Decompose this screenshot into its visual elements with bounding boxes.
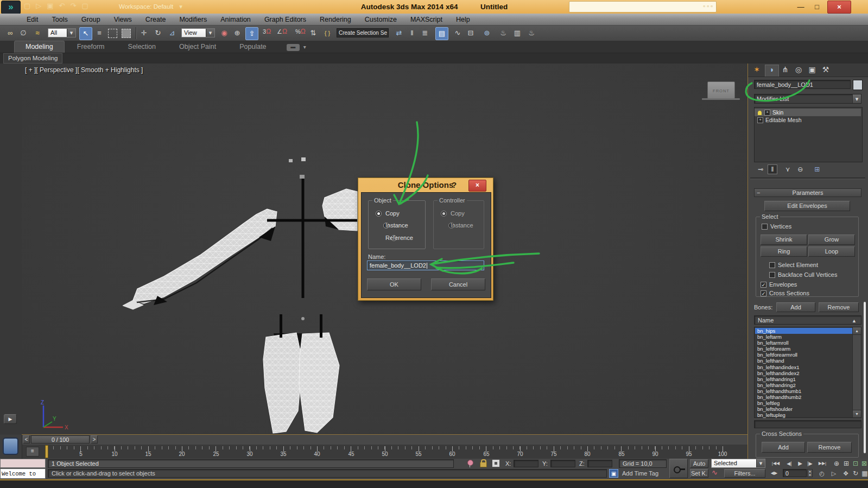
bones-scrollbar[interactable]: ▴ ▾ bbox=[852, 327, 861, 417]
select-scale-icon[interactable]: ⊿ bbox=[166, 27, 178, 39]
keyboard-override-button[interactable]: ⇧ bbox=[245, 27, 258, 40]
shrink-button[interactable]: Shrink bbox=[761, 235, 807, 245]
ribbon-flyout-button[interactable]: ▶ bbox=[4, 414, 17, 424]
menu-help[interactable]: Help bbox=[450, 14, 476, 26]
bone-item[interactable]: bn_leftupleg bbox=[755, 412, 853, 418]
bone-item[interactable]: bn_leftarmroll bbox=[755, 340, 853, 346]
pan-view-icon[interactable]: ✥ bbox=[840, 469, 851, 478]
clone-name-input[interactable]: female_body__LOD2 bbox=[367, 261, 484, 270]
add-time-tag-label[interactable]: Add Time Tag bbox=[622, 470, 658, 477]
ring-button[interactable]: Ring bbox=[761, 246, 807, 257]
rendered-frame-window-icon[interactable]: ▥ bbox=[511, 27, 523, 39]
radio-object-copy-label[interactable]: Copy bbox=[385, 210, 400, 217]
select-rotate-icon[interactable]: ↻ bbox=[152, 27, 164, 39]
bone-item[interactable]: bn_hips bbox=[755, 328, 853, 334]
select-move-icon[interactable]: ✛ bbox=[138, 27, 150, 39]
radio-controller-copy[interactable] bbox=[441, 211, 447, 217]
coord-y-field[interactable] bbox=[550, 460, 575, 467]
filter-chevron-icon[interactable]: ▾ bbox=[67, 29, 75, 37]
infocenter-search[interactable]: ▫ ▫ ▫ bbox=[569, 1, 717, 12]
make-unique-icon[interactable]: ⋎ bbox=[782, 165, 793, 174]
bone-item[interactable]: bn_lefthand bbox=[755, 358, 853, 364]
tab-selection[interactable]: Selection bbox=[117, 41, 167, 53]
angle-snap-icon[interactable]: ∠Ω bbox=[277, 28, 287, 35]
manage-layers-icon[interactable]: ≣ bbox=[419, 27, 431, 39]
go-to-end-icon[interactable]: ▶▶| bbox=[815, 459, 829, 468]
vertices-label[interactable]: Vertices bbox=[770, 223, 791, 230]
isolate-selection-icon[interactable] bbox=[467, 460, 473, 466]
backface-checkbox[interactable] bbox=[769, 272, 775, 278]
bones-add-button[interactable]: Add bbox=[776, 302, 815, 312]
coord-x-field[interactable] bbox=[514, 460, 538, 467]
bones-remove-button[interactable]: Remove bbox=[819, 302, 859, 312]
tab-populate[interactable]: Populate bbox=[229, 41, 277, 53]
bone-item[interactable]: bn_lefthandthumb2 bbox=[755, 394, 853, 400]
motion-tab-icon[interactable]: ◎ bbox=[793, 65, 804, 74]
bones-name-header[interactable]: Name ▲ bbox=[754, 315, 861, 325]
stack-mesh-label[interactable]: Editable Mesh bbox=[765, 117, 802, 123]
radio-object-reference-label[interactable]: Reference bbox=[385, 235, 413, 241]
zoom-region-icon[interactable]: ⊕ bbox=[831, 459, 842, 468]
show-end-result-icon[interactable]: ‖ bbox=[768, 164, 777, 174]
utilities-tab-icon[interactable]: ⚒ bbox=[820, 65, 831, 74]
new-file-icon[interactable]: ▢ bbox=[24, 2, 36, 10]
go-to-start-icon[interactable]: |◀◀ bbox=[769, 459, 783, 468]
bone-filter-field[interactable] bbox=[754, 420, 861, 428]
menu-edit[interactable]: Edit bbox=[21, 14, 45, 26]
maxscript-mini-listener-white[interactable]: Welcome to bbox=[0, 468, 46, 479]
default-in-out-tangents-icon[interactable]: ∿ bbox=[712, 468, 718, 477]
save-file-icon[interactable]: ▣ bbox=[47, 2, 59, 10]
current-frame-field[interactable]: 0 bbox=[783, 469, 807, 477]
grow-button[interactable]: Grow bbox=[808, 235, 855, 245]
dialog-close-button[interactable]: × bbox=[468, 180, 486, 192]
ok-button[interactable]: OK bbox=[367, 278, 421, 290]
cross-sections-label[interactable]: Cross Sections bbox=[769, 290, 809, 296]
select-by-name-icon[interactable]: ≡ bbox=[93, 27, 105, 39]
menu-maxscript[interactable]: MAXScript bbox=[404, 14, 448, 26]
undo-icon[interactable]: ↶ bbox=[59, 2, 71, 10]
tab-object-paint[interactable]: Object Paint bbox=[168, 41, 227, 53]
toggle-ribbon-button[interactable]: ▤ bbox=[435, 27, 448, 40]
time-slider-handle[interactable]: 0 / 100 bbox=[31, 435, 90, 443]
bone-item[interactable]: bn_lefthandindex1 bbox=[755, 364, 853, 370]
configure-modifier-sets-icon[interactable]: ⊞ bbox=[812, 165, 822, 174]
bone-item[interactable]: bn_leftarm bbox=[755, 334, 853, 340]
frame-spinner[interactable]: ▴▾ bbox=[807, 469, 813, 477]
app-menu-button[interactable]: » bbox=[1, 1, 21, 14]
menu-group[interactable]: Group bbox=[75, 14, 106, 26]
bone-item[interactable]: bn_lefthandring1 bbox=[755, 376, 853, 382]
cs-remove-button[interactable]: Remove bbox=[807, 442, 852, 453]
polygon-modeling-panel[interactable]: Polygon Modeling bbox=[3, 53, 62, 64]
bone-item[interactable]: bn_lefthandthumb1 bbox=[755, 388, 853, 394]
stack-item-editable-mesh[interactable]: + Editable Mesh bbox=[755, 116, 861, 124]
tab-freeform[interactable]: Freeform bbox=[66, 41, 116, 53]
coord-chevron-icon[interactable]: ▾ bbox=[206, 29, 214, 37]
menu-modifiers[interactable]: Modifiers bbox=[173, 14, 213, 26]
radio-object-copy[interactable] bbox=[376, 211, 382, 217]
ref-coord-dropdown[interactable]: View ▾ bbox=[181, 28, 215, 37]
envelopes-checkbox[interactable]: ✓ bbox=[761, 282, 766, 288]
cross-sections-checkbox[interactable]: ✓ bbox=[761, 290, 766, 296]
loop-button[interactable]: Loop bbox=[808, 246, 855, 257]
abs-offset-toggle-icon[interactable] bbox=[492, 459, 500, 467]
percent-snap-icon[interactable]: %Ω bbox=[295, 28, 306, 35]
display-tab-icon[interactable]: ▣ bbox=[807, 65, 818, 74]
parameters-rollout-header[interactable]: − Parameters bbox=[754, 188, 861, 197]
bulb-icon[interactable] bbox=[757, 110, 762, 116]
panel-scrollbar[interactable] bbox=[864, 302, 866, 453]
ribbon-minimize-icon[interactable]: ▬ bbox=[287, 44, 300, 51]
stack-skin-label[interactable]: Skin bbox=[772, 109, 783, 116]
workspace-dropdown-icon[interactable]: ▾ bbox=[179, 3, 182, 10]
key-mode-toggle-icon[interactable]: ◀▶ bbox=[769, 469, 780, 478]
menu-animation[interactable]: Animation bbox=[214, 14, 257, 26]
render-setup-globe-icon[interactable]: ⊚ bbox=[481, 27, 493, 39]
envelopes-label[interactable]: Envelopes bbox=[769, 281, 797, 288]
selection-bracket-icon[interactable]: ▷ bbox=[828, 469, 839, 478]
bone-item[interactable]: bn_lefthandring2 bbox=[755, 382, 853, 388]
scroll-down-icon[interactable]: ▾ bbox=[853, 410, 861, 417]
bind-to-spacewarp-icon[interactable]: ≈ bbox=[31, 27, 43, 39]
select-manipulate-icon[interactable]: ⊕ bbox=[231, 27, 243, 39]
bone-item[interactable]: bn_leftleg bbox=[755, 400, 853, 406]
auto-key-button[interactable]: Auto bbox=[690, 459, 708, 468]
coord-z-field[interactable] bbox=[587, 460, 612, 467]
